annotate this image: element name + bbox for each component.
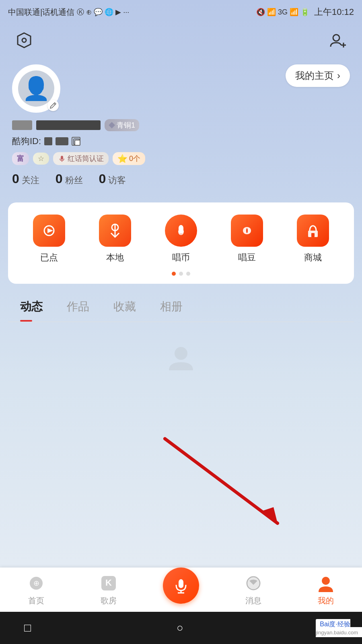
tags-row: 富 ☆ 红话筒认证 ⭐ 0个	[12, 152, 350, 165]
follow-stat[interactable]: 0 关注	[12, 171, 39, 186]
id-icon	[56, 137, 68, 145]
feature-shop[interactable]: 商城	[297, 215, 329, 264]
feature-icon-local	[99, 215, 131, 247]
svg-line-16	[165, 439, 278, 523]
dot-3	[186, 272, 190, 276]
tab-dongtai[interactable]: 动态	[8, 292, 55, 322]
feature-yidian[interactable]: 已点	[33, 215, 65, 264]
nav-messages-label: 消息	[245, 595, 261, 606]
svg-point-2	[333, 35, 339, 41]
feature-icon-shop	[297, 215, 329, 247]
nav-sing-btn[interactable]	[163, 568, 199, 604]
nav-gefang-label: 歌房	[101, 595, 117, 606]
mic-icon	[58, 155, 66, 163]
settings-icon	[15, 31, 33, 49]
tag-star[interactable]: ☆	[33, 153, 49, 165]
avatar-edit-btn[interactable]	[47, 100, 59, 111]
add-friend-icon	[329, 31, 347, 49]
tabs-row: 动态 作品 收藏 相册	[8, 292, 354, 322]
settings-icon-btn[interactable]	[12, 28, 36, 52]
feature-icon-coin	[165, 215, 197, 247]
my-homepage-btn[interactable]: 我的主页 ›	[286, 64, 350, 87]
tab-shoucang[interactable]: 收藏	[101, 292, 148, 322]
nav-mine-icon	[316, 574, 335, 593]
svg-text:⊕: ⊕	[33, 579, 39, 587]
svg-text:K: K	[105, 578, 112, 588]
android-square-btn[interactable]: □	[24, 621, 31, 634]
top-nav	[0, 24, 362, 56]
tag-fans-count[interactable]: ⭐ 0个	[113, 152, 145, 165]
fans-stat[interactable]: 0 粉丝	[56, 171, 83, 186]
feature-local[interactable]: 本地	[99, 215, 131, 264]
tab-xiangce[interactable]: 相册	[148, 292, 195, 322]
tab-zuopin[interactable]: 作品	[55, 292, 101, 322]
feature-coin[interactable]: 唱币	[165, 215, 197, 264]
svg-marker-10	[47, 228, 53, 233]
add-friend-icon-btn[interactable]	[326, 28, 350, 52]
bronze-badge: 青铜1	[105, 119, 139, 131]
svg-point-26	[322, 577, 330, 585]
nav-home-label: 首页	[28, 595, 44, 606]
tag-wealth[interactable]: 富	[12, 152, 29, 165]
profile-section: 👤 我的主页 › 青铜1 酷狗ID:	[0, 56, 362, 198]
svg-point-1	[22, 38, 26, 42]
avatar-silhouette: 👤	[22, 75, 50, 102]
nav-messages-icon	[244, 574, 263, 593]
kugou-id-row: 酷狗ID:	[12, 135, 350, 147]
feature-icon-bean	[231, 215, 263, 247]
page-indicator	[16, 272, 346, 276]
bottom-nav: ⊕ 首页 K 歌房	[0, 568, 362, 612]
nav-gefang-icon: K	[99, 574, 118, 593]
nav-messages[interactable]: 消息	[217, 574, 290, 606]
feature-card: 已点 本地 唱币	[8, 202, 354, 284]
nav-home[interactable]: ⊕ 首页	[0, 574, 72, 606]
svg-point-15	[175, 347, 187, 360]
svg-rect-14	[311, 233, 315, 237]
tag-red-mic-auth[interactable]: 红话筒认证	[53, 152, 109, 165]
svg-line-5	[54, 103, 55, 105]
visitors-stat[interactable]: 0 访客	[99, 171, 126, 186]
dot-1	[172, 272, 176, 276]
id-number	[44, 137, 52, 145]
feature-bean[interactable]: 唱豆	[231, 215, 263, 264]
android-home-btn[interactable]: ○	[177, 621, 183, 634]
nav-mine[interactable]: 我的	[290, 574, 362, 606]
empty-state	[165, 342, 197, 376]
diamond-icon	[109, 122, 115, 128]
content-area	[0, 322, 362, 384]
tabs-section: 动态 作品 收藏 相册	[0, 288, 362, 322]
nav-center[interactable]	[145, 568, 217, 612]
nav-mine-label: 我的	[318, 595, 334, 606]
avatar-container[interactable]: 👤	[12, 64, 60, 113]
arrow-annotation	[121, 427, 330, 539]
dot-2	[179, 272, 183, 276]
status-right-icons: 🔇 📶 3G 📶 🔋 上午10:12	[256, 6, 354, 18]
feature-icon-yidian	[33, 215, 65, 247]
svg-marker-17	[261, 507, 278, 523]
nav-home-icon: ⊕	[27, 574, 46, 593]
stats-row: 0 关注 0 粉丝 0 访客	[12, 171, 350, 186]
mic-center-icon	[171, 576, 191, 595]
username-row: 青铜1	[12, 119, 350, 131]
edit-icon	[49, 102, 57, 109]
copy-icon[interactable]	[72, 137, 80, 146]
baidu-watermark: Bai度·经验 jingyan.baidu.com	[316, 620, 362, 636]
android-nav-bar: □ ○ ◁ Bai度·经验 jingyan.baidu.com	[0, 612, 362, 644]
avatar-thumbnail-blur	[12, 120, 32, 130]
status-bar: 中国联通|话机通信 Ⓚ ⊕ 💬 🌐 ▶ ··· 🔇 📶 3G 📶 🔋 上午10:…	[0, 0, 362, 24]
nav-gefang[interactable]: K 歌房	[72, 574, 145, 606]
username-blur	[36, 120, 101, 130]
status-carrier: 中国联通|话机通信 Ⓚ ⊕ 💬 🌐 ▶ ···	[8, 7, 129, 18]
svg-rect-7	[75, 140, 80, 145]
svg-marker-0	[18, 33, 31, 47]
profile-top: 👤 我的主页 ›	[12, 64, 350, 113]
feature-grid: 已点 本地 唱币	[16, 215, 346, 264]
